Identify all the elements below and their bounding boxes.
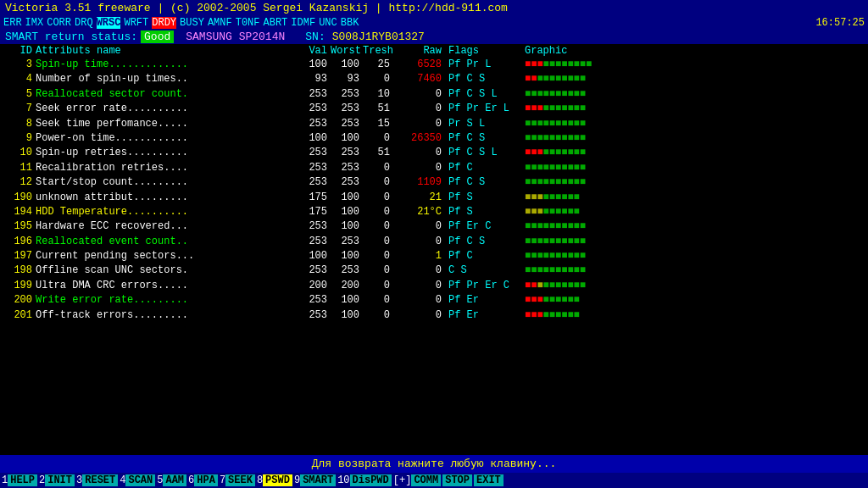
col-header-worst: Worst bbox=[331, 45, 363, 57]
row-raw: 0 bbox=[393, 102, 448, 116]
func-key-reset[interactable]: 3RESET bbox=[76, 474, 118, 486]
func-key-aam[interactable]: 5AAM bbox=[157, 474, 186, 486]
row-raw: 21 bbox=[393, 191, 448, 205]
status-t0nf: T0NF bbox=[236, 17, 260, 29]
row-tresh: 0 bbox=[363, 161, 393, 175]
func-key-dispwd[interactable]: 10DisPWD bbox=[337, 474, 392, 486]
func-num-2: 2 bbox=[39, 474, 45, 486]
table-row: 198 Offline scan UNC sectors. 253 253 0 … bbox=[0, 263, 868, 278]
row-id: 7 bbox=[3, 102, 36, 116]
func-key-scan[interactable]: 4SCAN bbox=[120, 474, 155, 486]
row-tresh: 25 bbox=[363, 58, 393, 72]
row-flags: Pf Er C bbox=[448, 219, 525, 234]
func-label-dispwd[interactable]: DisPWD bbox=[350, 474, 392, 486]
status-busy: BUSY bbox=[180, 17, 204, 29]
func-key-exit[interactable]: EXIT bbox=[474, 474, 504, 486]
row-flags: Pf Pr Er C bbox=[448, 279, 525, 293]
func-key-smart[interactable]: 9SMART bbox=[294, 474, 336, 486]
row-name: Seek time perfomance..... bbox=[36, 117, 298, 131]
smart-status-row: SMART return status: Good SAMSUNG SP2014… bbox=[0, 30, 868, 44]
row-raw: 0 bbox=[393, 263, 448, 278]
col-header-graphic: Graphic bbox=[525, 45, 865, 57]
row-id: 201 bbox=[3, 308, 36, 323]
row-tresh: 0 bbox=[363, 205, 393, 219]
row-name: Reallocated event count.. bbox=[36, 235, 298, 249]
func-label-aam[interactable]: AAM bbox=[163, 474, 186, 486]
status-imx: IMX bbox=[25, 17, 44, 29]
row-tresh: 0 bbox=[363, 235, 393, 249]
row-tresh: 51 bbox=[363, 146, 393, 160]
func-label-scan[interactable]: SCAN bbox=[125, 474, 155, 486]
row-tresh: 0 bbox=[363, 72, 393, 86]
row-val: 253 bbox=[298, 161, 331, 175]
row-graphic: ■■■■■■■■■■ bbox=[525, 87, 865, 102]
func-key-hpa[interactable]: 6HPA bbox=[188, 474, 218, 486]
status-wrsc: WRSC bbox=[97, 17, 121, 29]
row-raw: 0 bbox=[393, 146, 448, 160]
row-graphic: ■■■■■■■■■■ bbox=[525, 146, 865, 160]
row-raw: 1109 bbox=[393, 175, 448, 190]
func-key-seek[interactable]: 7SEEK bbox=[220, 474, 255, 486]
row-graphic: ■■■■■■■■■■ bbox=[525, 263, 865, 278]
row-graphic: ■■■■■■■■■ bbox=[525, 205, 865, 219]
func-key-help[interactable]: 1HELP bbox=[2, 474, 37, 486]
status-abrt: ABRT bbox=[264, 17, 288, 29]
row-flags: Pf C bbox=[448, 249, 525, 263]
func-label-hpa[interactable]: HPA bbox=[194, 474, 218, 486]
row-val: 253 bbox=[298, 263, 331, 278]
func-label-comm[interactable]: COMM bbox=[411, 474, 441, 486]
func-key-init[interactable]: 2INIT bbox=[39, 474, 75, 486]
smart-drive: SAMSUNG SP2014N bbox=[186, 30, 285, 43]
col-header-name: Attributs name bbox=[36, 45, 298, 57]
col-header-flags: Flags bbox=[448, 45, 525, 57]
table-row: 9 Power-on time............ 100 100 0 26… bbox=[0, 131, 868, 146]
status-bar: ERR IMX CORR DRQ WRSC WRFT DRDY BUSY AMN… bbox=[0, 16, 868, 30]
row-worst: 253 bbox=[331, 117, 363, 131]
table-row: 10 Spin-up retries.......... 253 253 51 … bbox=[0, 146, 868, 160]
row-tresh: 15 bbox=[363, 117, 393, 131]
status-err: ERR bbox=[3, 17, 22, 29]
row-graphic: ■■■■■■■■■■ bbox=[525, 102, 865, 116]
row-raw: 0 bbox=[393, 161, 448, 175]
func-label-pswd[interactable]: PSWD bbox=[263, 474, 292, 486]
row-tresh: 0 bbox=[363, 219, 393, 234]
func-key-comm[interactable]: [+]COMM bbox=[393, 474, 441, 486]
func-label-reset[interactable]: RESET bbox=[82, 474, 118, 486]
row-name: Offline scan UNC sectors. bbox=[36, 263, 298, 278]
row-name: Recalibration retries.... bbox=[36, 161, 298, 175]
row-raw: 6528 bbox=[393, 58, 448, 72]
func-label-stop[interactable]: STOP bbox=[442, 474, 472, 486]
row-tresh: 0 bbox=[363, 279, 393, 293]
row-id: 9 bbox=[3, 131, 36, 146]
func-key-stop[interactable]: STOP bbox=[442, 474, 472, 486]
row-raw: 0 bbox=[393, 293, 448, 308]
status-idmf: IDMF bbox=[291, 17, 315, 29]
row-val: 200 bbox=[298, 279, 331, 293]
row-flags: Pf C bbox=[448, 161, 525, 175]
row-name: Off-track errors......... bbox=[36, 308, 298, 323]
table-row: 195 Hardware ECC recovered... 253 100 0 … bbox=[0, 219, 868, 234]
row-id: 11 bbox=[3, 161, 36, 175]
func-label-init[interactable]: INIT bbox=[45, 474, 75, 486]
row-raw: 0 bbox=[393, 219, 448, 234]
row-val: 253 bbox=[298, 146, 331, 160]
smart-sn: S008J1RYB01327 bbox=[332, 30, 425, 43]
table-row: 196 Reallocated event count.. 253 253 0 … bbox=[0, 235, 868, 249]
func-label-smart[interactable]: SMART bbox=[300, 474, 336, 486]
table-row: 199 Ultra DMA CRC errors..... 200 200 0 … bbox=[0, 279, 868, 293]
func-label-exit[interactable]: EXIT bbox=[474, 474, 504, 486]
row-val: 253 bbox=[298, 87, 331, 102]
row-val: 175 bbox=[298, 205, 331, 219]
func-label-help[interactable]: HELP bbox=[8, 474, 37, 486]
row-tresh: 0 bbox=[363, 263, 393, 278]
row-tresh: 10 bbox=[363, 87, 393, 102]
func-key-pswd[interactable]: 8PSWD bbox=[257, 474, 292, 486]
func-keys-bar: 1HELP 2INIT 3RESET 4SCAN 5AAM 6HPA 7SEEK… bbox=[0, 473, 868, 488]
row-flags: Pf C S bbox=[448, 72, 525, 86]
row-flags: Pf C S bbox=[448, 131, 525, 146]
func-label-seek[interactable]: SEEK bbox=[225, 474, 255, 486]
row-worst: 253 bbox=[331, 263, 363, 278]
row-flags: Pf Er bbox=[448, 308, 525, 323]
row-flags: Pf C S bbox=[448, 235, 525, 249]
func-num-comm: [+] bbox=[393, 474, 412, 486]
